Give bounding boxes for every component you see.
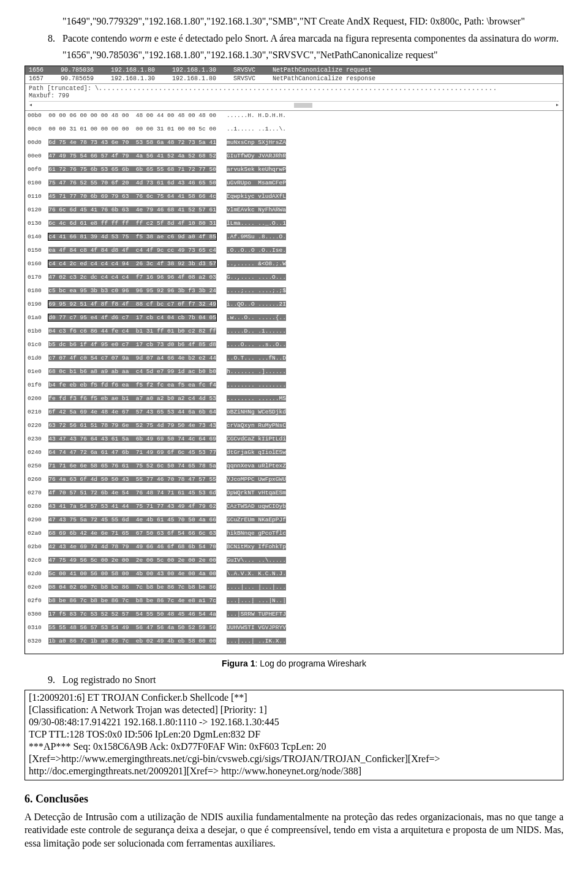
hex-line: 02c0 47 75 49 56 5c 00 2e 00 2e 00 5c 00… — [28, 557, 560, 564]
hex-line: 0160 c4 c4 2c ed c4 c4 c4 94 26 3c 4f 38… — [28, 260, 560, 267]
hex-line: 02e0 08 04 02 00 7c b8 be 86 7c b8 be 86… — [28, 584, 560, 591]
hex-line: 00e0 47 49 75 54 66 57 4f 79 4a 56 41 52… — [28, 153, 560, 159]
snort-line: ***AP*** Seq: 0x158C6A9B Ack: 0xD77F0FAF… — [29, 741, 559, 753]
hex-line: 0200 fe fd f3 f6 f5 eb ae b1 a7 a0 a2 b0… — [28, 395, 560, 402]
snort-line: [Classification: A Network Trojan was de… — [29, 704, 559, 716]
hex-line: 0180 c5 bc ea 95 3b b3 c0 96 96 95 92 96… — [28, 287, 560, 294]
hex-line: 0260 76 4a 63 6f 4d 50 50 43 55 77 46 70… — [28, 476, 560, 483]
hex-line: 02f0 b8 be 86 7c b8 be 86 7c b8 be 86 7c… — [28, 597, 560, 604]
hex-line: 00d0 6d 75 4e 78 73 43 6e 70 53 58 6a 48… — [28, 139, 560, 146]
hex-line: 0100 75 47 76 52 55 70 6f 20 4d 73 61 6d… — [28, 179, 560, 186]
hex-line: 01a0 d0 77 c7 95 e4 4f d6 c7 17 cb c4 04… — [28, 314, 560, 321]
snort-line: TCP TTL:128 TOS:0x0 ID:506 IpLen:20 DgmL… — [29, 728, 559, 741]
packet-list-row[interactable]: 1657 90.785659 192.168.1.30 192.168.1.80… — [25, 75, 563, 83]
packet-list-row-selected[interactable]: 1656 90.785036 192.168.1.80 192.168.1.30… — [25, 66, 563, 75]
hex-line: 0150 ea 4f 84 c8 4f 84 d8 4f c4 4f 9c cc… — [28, 247, 560, 254]
hex-line: 01f0 b4 fe eb eb f5 fd f6 ea f5 f2 fc ea… — [28, 382, 560, 388]
section-6-para: A Detecção de Intrusão com a utilização … — [24, 810, 564, 850]
hex-line: 00c0 00 00 31 01 00 00 00 00 00 00 31 01… — [28, 126, 560, 132]
hex-line: 01d0 c7 07 4f c0 54 c7 07 9a 9d 07 a4 66… — [28, 355, 560, 361]
snort-line: [1:2009201:6] ET TROJAN Conficker.b Shel… — [29, 692, 559, 704]
hex-line: 0190 69 95 92 51 4f 8f f8 4f 88 cf bc c7… — [28, 301, 560, 308]
hex-line: 0170 47 02 c3 2c dc c4 c4 c4 f7 16 96 96… — [28, 274, 560, 281]
hex-line: 01e0 68 0c b1 b6 a8 a9 ab aa c4 5d e7 99… — [28, 368, 560, 375]
hex-line: 0310 55 55 48 56 57 53 54 49 56 47 56 4a… — [28, 624, 560, 631]
section-6-heading: 6. Conclusões — [24, 791, 564, 806]
figure-1-caption: Figura 1: Log do programa Wireshark — [24, 658, 564, 670]
maxbuf-field: Maxbuf: 799 — [29, 92, 559, 100]
packet-1656-line: "1656","90.785036","192.168.1.80","192.1… — [62, 48, 564, 62]
chevron-right-icon[interactable]: ▸ — [556, 102, 559, 109]
hex-line: 0280 43 41 7a 54 57 53 41 44 75 71 77 43… — [28, 503, 560, 510]
chevron-left-icon[interactable]: ◂ — [29, 102, 32, 109]
step-9-number: 9. — [48, 673, 62, 687]
hex-line: 00b0 00 00 06 00 00 00 48 00 48 00 44 00… — [28, 112, 560, 119]
hex-line: 0320 1b a0 86 7c 1b a0 86 7c eb 02 49 4b… — [28, 638, 560, 644]
hex-line: 0300 17 f5 83 7c 53 52 52 57 54 55 50 48… — [28, 611, 560, 617]
snort-line: [Xref=>http://www.emergingthreats.net/cg… — [29, 753, 559, 777]
step-9: 9. Log registrado no Snort — [48, 673, 564, 687]
hex-line: 01c0 b5 dc b6 1f 4f 95 e0 c7 17 cb 73 d0… — [28, 341, 560, 348]
hex-dump-pane[interactable]: 00b0 00 00 06 00 00 00 48 00 48 00 44 00… — [25, 111, 563, 654]
step-9-text: Log registrado no Snort — [62, 673, 564, 687]
hex-line: 0110 45 71 77 70 6b 69 79 63 76 6c 75 64… — [28, 193, 560, 200]
step-8: 8. Pacote contendo worm e este é detecta… — [48, 32, 564, 45]
hex-line: 0290 47 43 75 5a 72 45 55 6d 4e 4b 61 45… — [28, 516, 560, 523]
hex-line: 0210 6f 42 5a 69 4e 48 4e 67 57 43 65 53… — [28, 409, 560, 415]
packet-1649-line: "1649","90.779329","192.168.1.80","192.1… — [62, 15, 564, 28]
hex-line: 0240 64 74 47 72 6a 61 47 6b 71 49 69 6f… — [28, 449, 560, 456]
path-field: Path [truncated]: \ — [29, 85, 99, 92]
snort-log-box: [1:2009201:6] ET TROJAN Conficker.b Shel… — [24, 690, 564, 780]
hex-line: 0140 c4 41 66 81 39 4d 53 75 f5 38 ae c6… — [28, 233, 560, 240]
hex-line: 0250 71 71 6e 6e 58 65 76 61 75 52 6c 50… — [28, 462, 560, 469]
horizontal-scrollbar[interactable] — [294, 103, 312, 108]
hex-line: 02b0 42 43 4e 69 74 4d 78 79 49 66 46 6f… — [28, 543, 560, 550]
hex-line: 01b0 04 c3 f6 c6 86 44 fe c4 b1 31 ff 01… — [28, 328, 560, 334]
hex-line: 02d0 5c 00 41 00 56 00 58 00 4b 00 43 00… — [28, 570, 560, 577]
step-8-number: 8. — [48, 32, 62, 45]
step-8-text: Pacote contendo worm e este é detectado … — [62, 32, 564, 45]
hex-line: 0130 6c 4c 6d 61 e8 ff ff ff ff c2 5f 8d… — [28, 220, 560, 227]
packet-details-pane[interactable]: Path [truncated]: \ Maxbuf: 799 ◂ ▸ — [25, 83, 563, 111]
hex-line: 0120 76 6c 6d 45 41 76 6b 63 4e 79 46 68… — [28, 206, 560, 213]
hex-line: 0230 43 47 43 76 64 43 61 5a 6b 49 69 50… — [28, 436, 560, 442]
hex-line: 02a0 68 69 6b 42 4e 6e 71 65 67 50 63 6f… — [28, 530, 560, 537]
hex-line: 0220 63 72 56 61 51 78 79 6e 52 75 4d 79… — [28, 422, 560, 429]
snort-line: 09/30-08:48:17.914221 192.168.1.80:1110 … — [29, 716, 559, 728]
hex-line: 00f0 61 72 76 75 6b 53 65 6b 6b 65 55 68… — [28, 166, 560, 173]
wireshark-screenshot: 1656 90.785036 192.168.1.80 192.168.1.30… — [24, 66, 564, 654]
hex-line: 0270 4f 70 57 51 72 6b 4e 54 76 48 74 71… — [28, 489, 560, 496]
